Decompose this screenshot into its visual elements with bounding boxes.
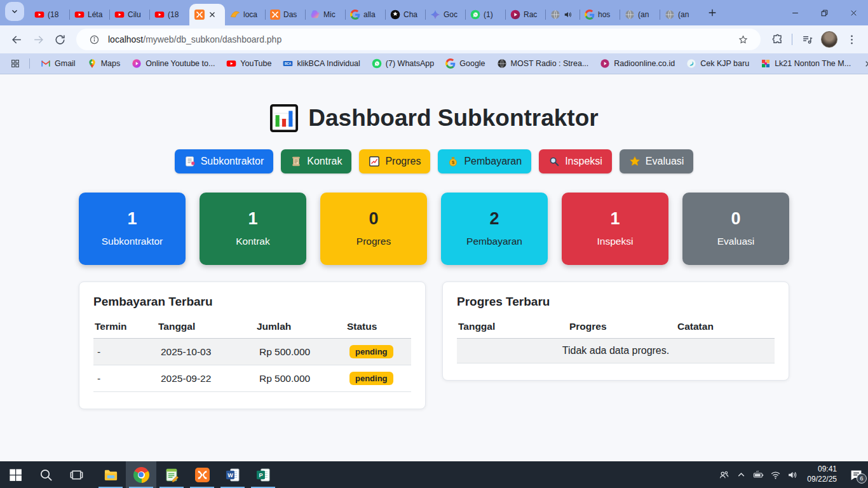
taskbar-chrome-button[interactable] [126, 461, 156, 488]
tab-search-button[interactable] [5, 2, 24, 21]
nav-button-pembayaran[interactable]: $Pembayaran [438, 149, 531, 173]
google-icon [445, 58, 456, 69]
browser-tab[interactable]: Cilu [109, 4, 149, 25]
speaker-icon [564, 10, 573, 19]
nav-button-progres[interactable]: Progres [359, 149, 430, 173]
bookmark-item[interactable]: Gmail [35, 56, 81, 71]
progress-col-header: Progres [568, 317, 676, 339]
nav-button-subkontraktor[interactable]: Subkontraktor [175, 149, 274, 173]
restore-button[interactable] [810, 0, 839, 25]
browser-tab[interactable]: Goc [425, 4, 465, 25]
whatsapp-icon [372, 58, 382, 69]
tray-battery-icon[interactable] [753, 470, 764, 480]
bookmark-item[interactable]: (7) WhatsApp [366, 56, 440, 71]
kebab-menu-icon [846, 34, 858, 46]
taskbar-text-editor-button[interactable] [156, 461, 187, 488]
bookmarks-overflow-button[interactable] [858, 56, 868, 71]
bookmark-item[interactable]: Cek KJP baru [681, 56, 755, 71]
site-info-button[interactable] [84, 29, 104, 50]
tray-volume-icon[interactable] [787, 470, 798, 480]
browser-tab[interactable]: loca [225, 4, 265, 25]
tray-people-icon[interactable] [719, 470, 729, 480]
browser-tab[interactable]: (1) [465, 4, 505, 25]
stat-label: Kontrak [236, 236, 269, 247]
action-center-button[interactable]: 6 [850, 468, 863, 482]
clock-time: 09:41 [807, 464, 837, 475]
restore-icon [820, 9, 829, 17]
tab-label: Mic [323, 10, 340, 19]
browser-tab[interactable] [545, 4, 580, 25]
stat-label: Evaluasi [717, 236, 755, 247]
taskbar-publisher-button[interactable]: P [248, 461, 278, 488]
browser-menu-button[interactable] [841, 29, 862, 50]
apps-shortcut-button[interactable] [8, 56, 23, 71]
taskbar-clock[interactable]: 09:41 09/22/25 [807, 464, 837, 484]
browser-tab[interactable]: (18 [149, 4, 189, 25]
new-tab-button[interactable] [703, 4, 721, 22]
browser-tab[interactable]: Rac [505, 4, 545, 25]
youtube-icon [114, 10, 125, 20]
browser-tab[interactable]: Léta [69, 4, 109, 25]
payments-col-header: Tanggal [157, 317, 255, 339]
reload-button[interactable] [50, 29, 70, 50]
google-icon [585, 10, 595, 20]
bookmark-label: klikBCA Individual [297, 59, 360, 68]
browser-tab[interactable]: alla [345, 4, 385, 25]
browser-tab[interactable]: Mic [305, 4, 345, 25]
stat-card-inspeksi: 1Inspeksi [562, 193, 668, 265]
arrow-left-icon [11, 34, 23, 46]
browser-tab[interactable]: hos [580, 4, 620, 25]
back-button[interactable] [6, 29, 27, 50]
taskbar-file-explorer-button[interactable] [95, 461, 126, 488]
bookmark-item[interactable]: YouTube [220, 56, 277, 71]
close-window-button[interactable] [839, 0, 868, 25]
bookmark-label: Maps [101, 59, 121, 68]
bookmark-item[interactable]: Online Youtube to... [126, 56, 220, 71]
bar-chart-icon [269, 104, 299, 133]
profile-avatar[interactable] [821, 31, 837, 48]
stat-value: 1 [610, 210, 620, 227]
payments-table-header: TerminTanggalJumlahStatus [93, 317, 411, 339]
minimize-icon [791, 9, 799, 17]
bookmark-item[interactable]: Lk21 Nonton The M... [755, 56, 857, 71]
taskbar-search-button[interactable] [31, 461, 61, 488]
media-controls-button[interactable] [797, 29, 817, 50]
double-chevron-right-icon [864, 59, 868, 69]
bookmark-item[interactable]: BCAklikBCA Individual [277, 56, 365, 71]
bookmark-item[interactable]: Radioonline.co.id [594, 56, 681, 71]
window-controls [780, 0, 868, 25]
forward-button[interactable] [28, 29, 48, 50]
browser-tab[interactable]: Das [265, 4, 305, 25]
tab-label: Das [283, 10, 300, 19]
browser-tab[interactable]: (an [620, 4, 660, 25]
tray-wifi-icon[interactable] [770, 470, 781, 480]
browser-tab[interactable]: (18 [29, 4, 69, 25]
browser-tab[interactable] [189, 4, 225, 25]
taskbar-task-view-button[interactable] [61, 461, 92, 488]
stat-card-progres: 0Progres [320, 193, 427, 265]
taskbar-xampp-button[interactable] [187, 461, 217, 488]
money-bag-icon: $ [447, 156, 459, 167]
bookmark-item[interactable]: Google [440, 56, 491, 71]
taskbar-word-button[interactable]: W [217, 461, 248, 488]
stat-label: Progres [356, 236, 391, 247]
browser-tab[interactable]: Cha [385, 4, 425, 25]
tray-chevron-up-icon[interactable] [736, 470, 747, 480]
chart-frame-icon [369, 156, 380, 167]
nav-button-inspeksi[interactable]: Inspeksi [539, 149, 612, 173]
close-icon[interactable] [208, 10, 217, 19]
browser-tab[interactable]: (an [660, 4, 700, 25]
payment-row: -2025-09-22Rp 500.000pending [93, 365, 411, 392]
extensions-button[interactable] [767, 29, 787, 50]
mostradio-icon [497, 58, 507, 69]
tab-label: (an [678, 10, 695, 19]
taskbar-start-button[interactable] [0, 461, 31, 488]
nav-button-kontrak[interactable]: Kontrak [281, 149, 351, 173]
address-bar[interactable]: localhost/myweb/db_subkon/dashboard.php [76, 29, 761, 50]
bookmark-item[interactable]: Maps [81, 56, 126, 71]
minimize-button[interactable] [780, 0, 810, 25]
bookmarks-bar: GmailMapsOnline Youtube to...YouTubeBCAk… [0, 53, 868, 74]
bookmark-item[interactable]: MOST Radio : Strea... [491, 56, 595, 71]
bookmark-star-button[interactable] [733, 29, 753, 50]
nav-button-evaluasi[interactable]: Evaluasi [620, 149, 693, 173]
